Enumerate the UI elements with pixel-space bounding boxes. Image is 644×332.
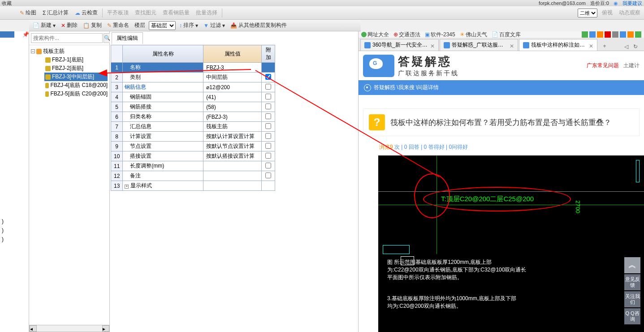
site-title: 答疑解惑 <box>398 54 459 69</box>
browser-tab[interactable]: 360导航_新一代安全上网...✕ <box>360 39 439 51</box>
view-2d-select[interactable]: 二维 <box>578 9 597 17</box>
browser-tab-bar: 360导航_新一代安全上网...✕答疑解惑_广联达服务新...✕筏板中这样的标注… <box>359 38 644 51</box>
header-link-calc[interactable]: 土建计 <box>623 62 640 69</box>
extra-checkbox[interactable] <box>265 143 271 149</box>
tree-root[interactable]: − 筏板主筋 <box>31 47 108 56</box>
copyfrom-button[interactable]: 📥从其他楼层复制构件 <box>229 21 289 30</box>
browser-tab[interactable]: 筏板中这样的标注如何布...✕ <box>519 39 597 51</box>
tree-item[interactable]: FBZJ-4[底筋 C18@200] <box>45 81 108 90</box>
property-row[interactable]: 5钢筋搭接(58) <box>111 102 275 112</box>
feedback-button[interactable]: 意见反馈 <box>624 274 640 290</box>
location-icon <box>364 84 371 91</box>
extra-checkbox[interactable] <box>265 103 271 109</box>
filter-button[interactable]: ▼过滤 ▾ <box>202 21 227 30</box>
leaf-icon <box>45 66 51 71</box>
close-tab-icon[interactable]: ✕ <box>430 43 435 47</box>
extra-checkbox[interactable] <box>265 94 271 99</box>
tree-scrollbar[interactable]: ◂ ▸ <box>29 325 110 332</box>
suggest-link[interactable]: 我要建议 <box>622 0 642 7</box>
extra-checkbox[interactable] <box>265 123 271 129</box>
col-value: 属性值 <box>203 45 262 63</box>
close-tab-icon[interactable]: ✕ <box>510 43 514 47</box>
floor-select[interactable]: 基础层 <box>149 21 176 30</box>
cad-drawing: T:顶层C20@200二层C25@200 2700 图 所示范围基础底板板厚12… <box>378 155 644 332</box>
email-display: forpk.chen@163.com <box>539 0 586 6</box>
collapse-icon[interactable]: − <box>31 49 35 53</box>
tree-item[interactable]: FBZJ-5[面筋 C20@200] <box>45 90 108 98</box>
bookmark-item[interactable]: ⊕交通违法 <box>393 31 420 39</box>
property-row[interactable]: 7汇总信息筏板主筋 <box>111 122 275 132</box>
property-tab[interactable]: 属性编辑 <box>112 32 143 44</box>
new-tab-button[interactable]: + <box>600 42 609 51</box>
extra-checkbox[interactable] <box>265 163 271 168</box>
rebar-button: 查看钢筋量 <box>161 8 191 17</box>
draw-button[interactable]: ✎绘图 <box>18 8 38 17</box>
sum-button[interactable]: Σ汇总计算 <box>41 8 70 17</box>
bookmark-item[interactable]: 📄百度文库 <box>492 31 521 39</box>
property-row[interactable]: 2类别中间层筋 <box>111 73 275 82</box>
bookmark-item[interactable]: ▣软件-2345 <box>425 31 455 39</box>
bookmark-item[interactable]: ☀佛山天气 <box>460 31 487 39</box>
browser-tab[interactable]: 答疑解惑_广联达服务新...✕ <box>440 39 518 51</box>
tree-item[interactable]: FBZJ-3[中间层筋] <box>44 73 108 81</box>
pin-icon[interactable]: 📌 <box>22 31 28 37</box>
leaf-icon <box>45 91 49 97</box>
tree-item[interactable]: FBZJ-2[面筋] <box>45 64 108 73</box>
property-row[interactable]: 13+显示样式 <box>111 181 275 191</box>
flat-button: 平齐板顶 <box>105 8 130 17</box>
extra-checkbox[interactable] <box>265 153 271 159</box>
scroll-left-icon[interactable]: ◂ <box>30 325 37 332</box>
price-display: 造价豆:0 <box>590 0 609 7</box>
property-row[interactable]: 9节点设置按默认节点设置计算 <box>111 142 275 151</box>
col-extra: 附加 <box>262 45 275 63</box>
refresh-icon[interactable]: ↻ <box>633 43 640 51</box>
cloud-check-button[interactable]: ☁云检查 <box>73 8 99 17</box>
scroll-right-icon[interactable]: ▸ <box>102 325 109 332</box>
leaf-icon <box>45 83 49 88</box>
new-button[interactable]: 📄新建 ▾ <box>31 21 57 30</box>
header-link-faq[interactable]: 广东常见问题 <box>587 62 619 69</box>
component-toolbar: 📄新建 ▾ ✕删除 📋复制 ✎重命名 楼层 基础层 ↕排序 ▾ ▼过滤 ▾ 📥从… <box>29 20 361 31</box>
site-logo-icon: G <box>363 55 394 77</box>
site-subtitle: 广联达服务新干线 <box>398 69 459 78</box>
sort-button[interactable]: ↕排序 ▾ <box>177 21 200 30</box>
property-row[interactable]: 6归类名称(FBZJ-3) <box>111 112 275 122</box>
extension-icons <box>582 31 641 38</box>
extra-checkbox[interactable] <box>265 172 271 178</box>
property-row[interactable]: 3钢筋信息⌀12@200 <box>111 82 275 92</box>
delete-button[interactable]: ✕删除 <box>59 21 79 30</box>
cad-annotation-text: T:顶层C20@200二层C25@200 <box>441 195 534 203</box>
find-button: 查找图元 <box>133 8 158 17</box>
rename-button[interactable]: ✎重命名 <box>105 21 131 30</box>
follow-button[interactable]: 关注我们 <box>624 291 640 307</box>
bookmark-bar: 网址大全 ⊕交通违法 ▣软件-2345 ☀佛山天气 📄百度文库 <box>359 31 644 38</box>
property-row[interactable]: 11长度调整(mm) <box>111 161 275 171</box>
question-icon: ? <box>369 114 385 130</box>
property-table: 属性名称 属性值 附加 1名称FBZJ-32类别中间层筋3钢筋信息⌀12@200… <box>111 45 275 191</box>
extra-checkbox[interactable] <box>265 84 271 90</box>
property-row[interactable]: 1名称FBZJ-3 <box>111 63 275 73</box>
col-name: 属性名称 <box>123 45 203 63</box>
favorites-label[interactable]: 收藏 <box>2 0 12 7</box>
property-row[interactable]: 8计算设置按默认计算设置计算 <box>111 132 275 142</box>
scroll-top-button[interactable]: ︽ <box>624 257 640 273</box>
extra-checkbox[interactable] <box>265 113 271 119</box>
back-icon[interactable]: ◁ <box>624 43 631 51</box>
favicon-icon <box>364 42 371 48</box>
property-row[interactable]: 12备注 <box>111 171 275 181</box>
favicon-icon <box>523 42 529 48</box>
tree-item[interactable]: FBZJ-1[底筋] <box>45 56 108 64</box>
extra-checkbox[interactable] <box>265 74 271 80</box>
property-row[interactable]: 10搭接设置按默认搭接设置计算 <box>111 151 275 161</box>
dynview-button: 动态观察 <box>617 8 642 17</box>
favicon-icon <box>444 42 450 48</box>
search-input[interactable] <box>31 33 103 43</box>
qq-button[interactable]: Q Q咨询 <box>624 308 640 324</box>
property-row[interactable]: 4钢筋锚固(41) <box>111 92 275 102</box>
batch-button: 批量选择 <box>194 8 219 17</box>
bookmark-item[interactable]: 网址大全 <box>361 31 389 39</box>
copy-button[interactable]: 📋复制 <box>81 21 104 30</box>
extra-checkbox[interactable] <box>265 133 271 139</box>
leaf-icon <box>45 74 51 80</box>
close-tab-icon[interactable]: ✕ <box>589 43 593 47</box>
